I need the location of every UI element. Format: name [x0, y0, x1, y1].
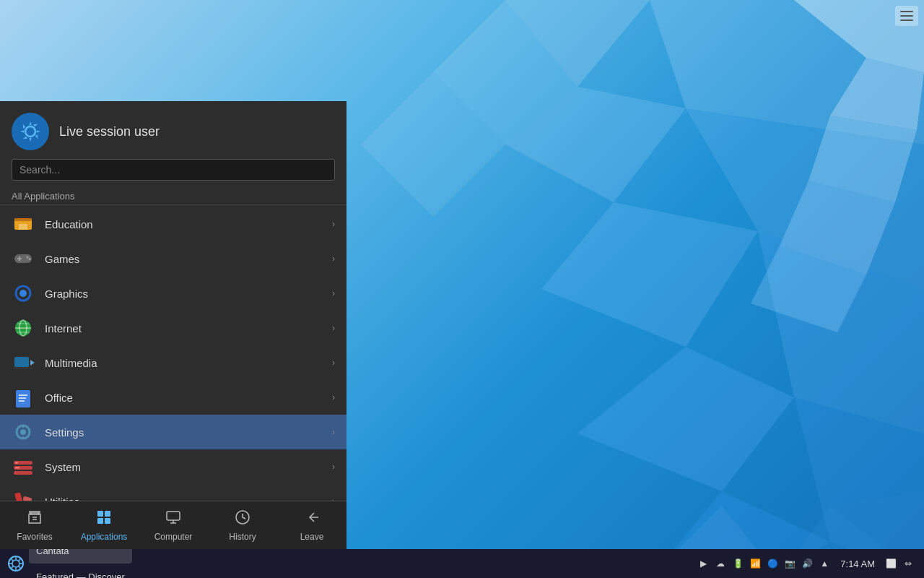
svg-rect-38 — [13, 367, 33, 369]
games-label: Games — [45, 253, 322, 265]
svg-rect-49 — [15, 462, 18, 464]
bottom-favorites-label: Favorites — [17, 532, 52, 542]
bottom-computer-icon — [165, 509, 182, 529]
multimedia-label: Multimedia — [45, 357, 322, 369]
graphics-icon — [12, 282, 35, 305]
taskbar: CantataFeatured — Discover ▶ ☁ 🔋 📶 🔵 📷 🔊… — [0, 549, 924, 578]
svg-rect-61 — [105, 518, 110, 524]
education-arrow-icon: › — [332, 219, 335, 229]
multimedia-icon — [12, 351, 35, 374]
svg-rect-51 — [14, 492, 23, 501]
bottom-history-icon — [234, 509, 251, 529]
tray-expand-icon[interactable]: ▲ — [817, 556, 832, 571]
svg-line-76 — [18, 559, 20, 561]
clock: 7:14 AM — [834, 558, 881, 569]
svg-rect-22 — [14, 218, 32, 221]
multimedia-arrow-icon: › — [332, 358, 335, 368]
svg-rect-42 — [19, 400, 25, 402]
svg-rect-62 — [167, 512, 180, 520]
utilities-label: Utilities — [45, 496, 322, 501]
games-arrow-icon: › — [332, 254, 335, 264]
bottom-nav-computer[interactable]: Computer — [139, 501, 208, 549]
games-icon — [12, 247, 35, 270]
internet-arrow-icon: › — [332, 323, 335, 333]
bottom-nav-applications[interactable]: Applications — [69, 501, 139, 549]
internet-icon — [12, 316, 35, 340]
display-icon[interactable]: ⬜ — [884, 556, 898, 571]
bottom-nav-history[interactable]: History — [208, 501, 277, 549]
menu-item-graphics[interactable]: Graphics› — [0, 276, 346, 311]
battery-icon[interactable]: 🔋 — [731, 556, 745, 571]
menu-item-internet[interactable]: Internet› — [0, 311, 346, 345]
keyboard-layout-icon[interactable]: ⇔ — [901, 556, 915, 571]
menu-item-education[interactable]: Education› — [0, 207, 346, 241]
menu-header: Live session user — [0, 101, 346, 159]
bottom-applications-icon — [95, 509, 113, 529]
taskbar-right: ▶ ☁ 🔋 📶 🔵 📷 🔊 ▲ 7:14 AM ⬜ ⇔ — [696, 556, 921, 571]
hamburger-line — [900, 20, 913, 21]
bottom-nav-leave[interactable]: Leave — [277, 501, 346, 549]
svg-line-73 — [12, 559, 14, 561]
svg-marker-37 — [30, 360, 35, 366]
education-label: Education — [45, 218, 322, 230]
svg-rect-45 — [21, 430, 25, 434]
hamburger-line — [900, 11, 913, 12]
wifi-icon[interactable]: 📶 — [748, 556, 762, 571]
search-input[interactable] — [12, 159, 335, 181]
utilities-arrow-icon: › — [332, 496, 335, 501]
camera-icon[interactable]: 📷 — [783, 556, 797, 571]
svg-rect-50 — [15, 467, 19, 469]
svg-rect-60 — [97, 518, 103, 524]
username-label: Live session user — [59, 124, 160, 139]
svg-marker-4 — [541, 202, 758, 347]
bottom-computer-label: Computer — [154, 532, 193, 542]
svg-rect-23 — [19, 224, 27, 230]
bottom-leave-icon — [303, 509, 321, 529]
bottom-nav-favorites[interactable]: Favorites — [0, 501, 69, 549]
system-label: System — [45, 461, 322, 473]
svg-line-75 — [12, 566, 14, 568]
utilities-icon — [12, 490, 35, 501]
system-icon — [12, 455, 35, 478]
svg-rect-52 — [22, 496, 32, 501]
office-arrow-icon: › — [332, 392, 335, 402]
menu-item-office[interactable]: Office› — [0, 380, 346, 415]
menu-item-settings[interactable]: Settings› — [0, 415, 346, 449]
media-play-icon[interactable]: ▶ — [696, 556, 710, 571]
bottom-applications-label: Applications — [81, 532, 128, 542]
svg-rect-59 — [105, 511, 110, 517]
svg-point-27 — [27, 256, 29, 259]
menu-item-multimedia[interactable]: Multimedia› — [0, 345, 346, 380]
app-menu: Live session user All Applications Educa… — [0, 101, 346, 549]
svg-point-30 — [19, 290, 27, 297]
settings-arrow-icon: › — [332, 427, 335, 437]
graphics-label: Graphics — [45, 288, 322, 300]
settings-icon — [12, 420, 35, 444]
system-arrow-icon: › — [332, 462, 335, 472]
settings-label: Settings — [45, 426, 322, 439]
bottom-nav: FavoritesApplicationsComputerHistoryLeav… — [0, 501, 346, 549]
education-icon — [12, 212, 35, 236]
menu-item-utilities[interactable]: Utilities› — [0, 484, 346, 501]
svg-rect-41 — [19, 397, 26, 399]
menu-list: Education›Games›Graphics›Internet›Multim… — [0, 207, 346, 501]
svg-rect-58 — [97, 511, 103, 517]
bottom-favorites-icon — [26, 509, 43, 529]
network-icon[interactable]: ☁ — [713, 556, 728, 571]
menu-item-system[interactable]: System› — [0, 449, 346, 484]
svg-point-28 — [29, 258, 31, 260]
start-button[interactable] — [3, 551, 29, 577]
internet-label: Internet — [45, 322, 322, 335]
menu-item-games[interactable]: Games› — [0, 241, 346, 276]
hamburger-line — [900, 15, 913, 17]
desktop-menu-button[interactable] — [895, 6, 918, 26]
office-label: Office — [45, 392, 322, 404]
taskbar-app-discover[interactable]: Featured — Discover — [29, 564, 132, 578]
svg-line-74 — [18, 566, 20, 568]
bluetooth-icon[interactable]: 🔵 — [765, 556, 780, 571]
all-apps-label: All Applications — [0, 186, 346, 204]
svg-rect-26 — [19, 256, 20, 261]
user-avatar — [12, 113, 49, 150]
volume-icon[interactable]: 🔊 — [800, 556, 814, 571]
menu-divider — [0, 204, 346, 205]
